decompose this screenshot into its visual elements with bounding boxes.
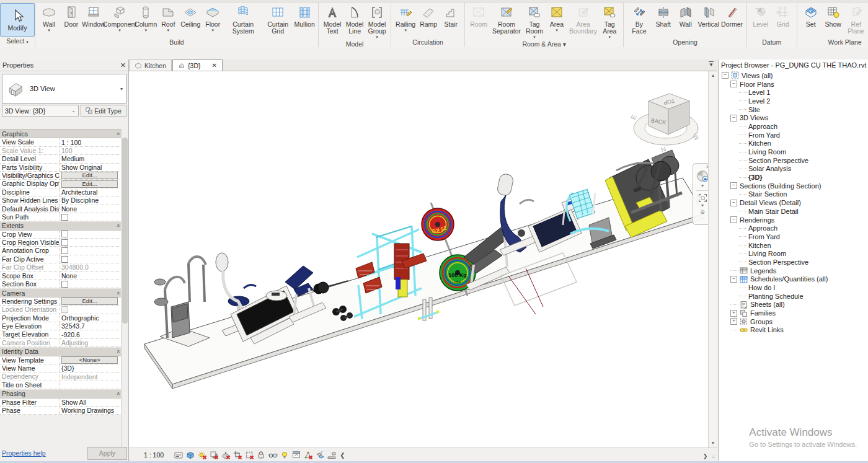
property-value[interactable]: Show All <box>60 399 122 406</box>
ribbon-button-set[interactable]: Set <box>800 4 822 29</box>
properties-close-icon[interactable]: ✕ <box>120 61 126 69</box>
apply-button[interactable]: Apply <box>87 447 127 460</box>
property-value[interactable]: 1 : 100 <box>60 138 122 146</box>
reveal-hidden-elements-icon[interactable] <box>278 449 290 461</box>
section-collapse-icon[interactable]: « <box>115 133 121 136</box>
view-selector-combo[interactable]: 3D View: {3D}⌄ <box>2 105 79 117</box>
tree-item-legends[interactable]: Legends <box>719 267 868 275</box>
ribbon-button-model-text[interactable]: Model Text <box>321 4 343 35</box>
tree-item-views-all[interactable]: −Views (all) <box>719 71 868 80</box>
dropdown-arrow-icon[interactable]: ▾ <box>211 29 214 32</box>
property-checkbox-far-clip-active[interactable] <box>61 256 68 263</box>
ribbon-button-tag-room[interactable]: Tag Room▾ <box>523 4 546 40</box>
collapse-icon[interactable]: − <box>730 200 737 206</box>
property-value[interactable] <box>60 381 122 389</box>
detail-level-icon[interactable] <box>172 449 184 461</box>
ribbon-button-wall[interactable]: Wall <box>675 4 697 29</box>
ribbon-button-room-separator[interactable]: Room Separator <box>490 4 523 35</box>
tree-item-3d[interactable]: {3D} <box>719 173 868 182</box>
sun-path-icon[interactable] <box>196 449 208 461</box>
properties-section-camera[interactable]: Camera« <box>0 288 122 297</box>
tree-item-detail-views-detail[interactable]: −Detail Views (Detail) <box>719 198 868 207</box>
section-collapse-icon[interactable]: « <box>115 291 121 294</box>
property-checkbox-crop-view[interactable] <box>61 231 68 237</box>
properties-section-identity-data[interactable]: Identity Data« <box>0 347 122 356</box>
property-value[interactable]: 100 <box>60 147 122 154</box>
tree-item-approach[interactable]: Approach <box>719 122 868 131</box>
section-collapse-icon[interactable]: « <box>115 392 121 395</box>
dropdown-arrow-icon[interactable]: ▾ <box>608 35 611 39</box>
collapse-icon[interactable]: − <box>722 72 728 79</box>
tree-item-how-do-i[interactable]: How do I <box>719 283 868 292</box>
tree-item-main-stair-detail[interactable]: Main Stair Detail <box>719 207 868 216</box>
ribbon-button-roof[interactable]: Roof▾ <box>157 4 179 33</box>
navbar-zoom-dropdown-icon[interactable]: ▼ <box>701 203 705 208</box>
section-collapse-icon[interactable]: « <box>115 350 121 353</box>
tree-item-living-room[interactable]: Living Room <box>719 148 868 156</box>
ribbon-button-column[interactable]: Column▾ <box>135 4 157 33</box>
canvas-corner-controls[interactable]: ❯ ⠴ <box>703 453 715 459</box>
ribbon-button-floor[interactable]: Floor▾ <box>202 4 224 33</box>
zoom-extents-icon[interactable] <box>698 193 708 203</box>
collapse-icon[interactable]: − <box>730 182 737 189</box>
show-crop-region-icon[interactable] <box>243 449 255 461</box>
property-value[interactable]: Orthographic <box>60 314 122 322</box>
ribbon-button-model-line[interactable]: Model Line <box>343 4 366 35</box>
ribbon-button-show[interactable]: Show <box>822 4 844 29</box>
tree-item-sections-building-section[interactable]: −Sections (Building Section) <box>719 182 868 190</box>
ribbon-button-window[interactable]: Window <box>82 4 105 29</box>
property-checkbox-section-box[interactable] <box>61 281 68 288</box>
ribbon-button-tag-area[interactable]: Tag Area▾ <box>598 4 621 40</box>
view-tab-kitchen[interactable]: Kitchen <box>129 60 172 71</box>
tab-close-icon[interactable]: ✕ <box>211 62 216 69</box>
tree-item-from-yard[interactable]: From Yard <box>719 232 868 241</box>
collapse-icon[interactable]: − <box>730 216 737 223</box>
tree-item-stair-section[interactable]: Stair Section <box>719 190 868 199</box>
tree-item-living-room[interactable]: Living Room <box>719 249 868 258</box>
tree-item-groups[interactable]: +Groups <box>719 317 868 326</box>
tree-item-families[interactable]: +Families <box>719 309 868 317</box>
ribbon-button-curtain-grid[interactable]: Curtain Grid <box>262 4 293 35</box>
scale-control[interactable]: 1 : 100 <box>144 451 164 459</box>
property-value[interactable]: None <box>60 205 122 213</box>
temporary-hide-isolate-icon[interactable] <box>267 449 278 461</box>
tree-item-schedules-quantities-all[interactable]: −Schedules/Quantities (all) <box>719 275 868 284</box>
vertical-scrollbar[interactable]: ▲ ▼ <box>708 71 717 448</box>
properties-help-link[interactable]: Properties help <box>2 449 46 457</box>
ribbon-button-shaft[interactable]: Shaft <box>652 4 675 29</box>
property-button-rendering-settings[interactable]: Edit... <box>61 298 118 305</box>
property-checkbox-sun-path[interactable] <box>61 214 68 221</box>
property-value[interactable]: 32543.7 <box>60 322 122 330</box>
ribbon-panel-select[interactable]: Select ▾ <box>0 37 35 46</box>
property-value[interactable]: -920.6 <box>60 330 122 338</box>
property-button-visibility-graphics-ov[interactable]: Edit... <box>61 172 118 179</box>
steering-wheel-icon[interactable] <box>696 170 709 183</box>
property-value[interactable]: Adjusting <box>60 339 122 346</box>
viewport-3d-scene[interactable]: 25 KG 100 Kg USA <box>129 71 717 448</box>
properties-scrollbar[interactable] <box>121 129 128 463</box>
edit-type-button[interactable]: Edit Type <box>81 105 126 117</box>
tree-item-revit-links[interactable]: Revit Links <box>719 326 868 335</box>
crop-view-icon[interactable] <box>231 449 243 461</box>
ribbon-button-model-group[interactable]: Model Group▾ <box>366 4 388 40</box>
ribbon-button-mullion[interactable]: Mullion <box>293 4 316 29</box>
ribbon-button-wall[interactable]: Wall▾ <box>38 4 60 33</box>
lock-3d-view-icon[interactable] <box>255 449 267 461</box>
tree-item-from-yard[interactable]: From Yard <box>719 131 868 139</box>
ribbon-button-stair[interactable]: Stair <box>440 4 462 29</box>
property-value[interactable]: {3D} <box>60 364 122 372</box>
ribbon-button-railing[interactable]: Railing▾ <box>394 4 417 33</box>
properties-section-extents[interactable]: Extents« <box>0 221 122 230</box>
tree-item-site[interactable]: Site <box>719 105 868 114</box>
dropdown-arrow-icon[interactable]: ▾ <box>556 29 558 32</box>
collapse-icon[interactable]: − <box>730 276 737 283</box>
property-value[interactable]: Working Drawings <box>60 407 122 414</box>
tree-item-level-1[interactable]: Level 1 <box>719 88 868 97</box>
property-button-view-template[interactable]: <None> <box>61 356 118 364</box>
tree-item-3d-views[interactable]: −3D Views <box>719 113 868 122</box>
tree-item-planting-schedule[interactable]: Planting Schedule <box>719 292 868 301</box>
ribbon-button-ramp[interactable]: Ramp <box>417 4 440 29</box>
dropdown-arrow-icon[interactable]: ▾ <box>118 29 121 32</box>
ribbon-button-by-face[interactable]: By Face <box>626 4 652 35</box>
ribbon-button-curtain-system[interactable]: Curtain System <box>224 4 262 35</box>
